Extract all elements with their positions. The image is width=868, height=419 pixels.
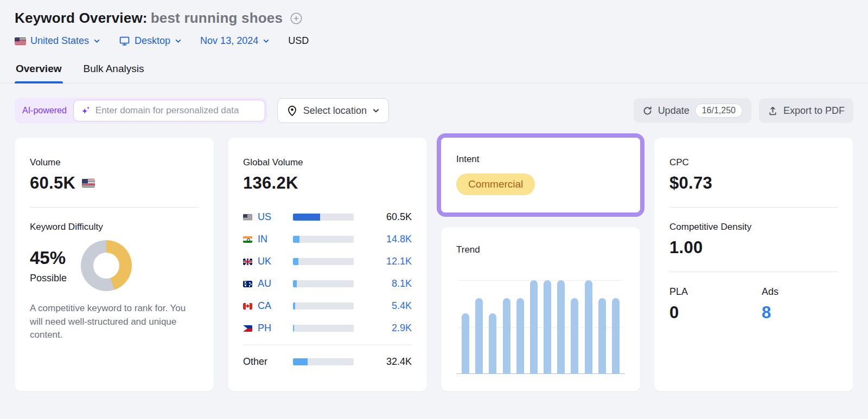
domain-input[interactable] [95,105,258,116]
trend-label: Trend [456,244,625,255]
country-volume-value[interactable]: 2.9K [392,323,412,334]
trend-bar [475,298,483,374]
country-code-label: US [258,211,271,223]
trend-bar [571,298,578,374]
keyword-difficulty-qualifier: Possible [30,273,67,284]
volume-card: Volume 60.5K Keyword Difficulty 45% Poss… [15,138,214,391]
country-volume-bar [293,236,354,243]
plus-circle-icon [289,11,303,25]
domain-input-wrap [73,100,265,121]
country-volume-list: US60.5KIN14.8KUK12.1KAU8.1KCA5.4KPH2.9K [243,206,412,339]
ca-flag-icon [243,303,252,310]
divider [669,272,838,272]
country-volume-bar-fill [293,258,298,265]
trend-chart [458,280,623,374]
country-code[interactable]: UK [243,256,293,267]
intent-badge: Commercial [456,173,535,195]
date-filter[interactable]: Nov 13, 2024 [200,35,270,47]
country-volume-row: US60.5K [243,206,412,228]
location-pin-icon [286,105,298,117]
tab-bulk-analysis[interactable]: Bulk Analysis [82,61,145,83]
ads-value[interactable]: 8 [762,303,778,323]
us-flag-icon [243,214,252,221]
ads-block: Ads 8 [762,286,778,323]
trend-bar [489,313,496,374]
export-pdf-button[interactable]: Export to PDF [759,98,853,123]
cpc-label: CPC [669,157,838,168]
toolbar-right: Update 16/1,250 Export to PDF [634,98,853,123]
export-icon [768,106,778,116]
ph-flag-icon [243,325,252,332]
global-volume-card: Global Volume 136.2K US60.5KIN14.8KUK12.… [228,138,427,391]
country-code[interactable]: IN [243,234,293,245]
divider [669,207,838,208]
intent-label: Intent [456,154,625,165]
page-title-prefix: Keyword Overview: [15,10,148,26]
global-volume-label: Global Volume [243,157,412,168]
other-volume-value: 32.4K [386,356,412,368]
volume-value: 60.5K [30,173,75,193]
country-volume-bar-fill [293,280,297,287]
country-code-label: IN [258,234,267,245]
ai-powered-label: AI-powered [22,106,73,115]
trend-bar [503,298,510,374]
intent-trend-column: Intent Commercial Trend [441,138,640,391]
pla-block: PLA 0 [669,286,762,323]
date-filter-label: Nov 13, 2024 [200,35,258,47]
trend-bar [462,313,469,374]
uk-flag-icon [243,259,252,265]
trend-bar [530,280,538,374]
competitive-density-value: 1.00 [669,238,838,257]
trend-bar [612,298,620,374]
country-volume-bar [293,302,354,310]
other-volume-bar [293,358,354,365]
country-code[interactable]: PH [243,323,293,334]
country-volume-row: UK12.1K [243,250,412,273]
select-location-button[interactable]: Select location [277,98,389,123]
currency-label: USD [288,35,309,47]
pla-ads-row: PLA 0 Ads 8 [669,286,838,323]
country-volume-row: IN14.8K [243,228,412,250]
device-filter[interactable]: Desktop [119,35,182,47]
tab-overview[interactable]: Overview [15,61,63,83]
other-volume-bar-fill [293,358,308,365]
country-volume-bar [293,280,354,287]
country-volume-value[interactable]: 8.1K [392,278,412,289]
country-filter[interactable]: United States [15,35,100,47]
country-filter-label: United States [30,35,89,47]
country-code[interactable]: CA [243,300,293,312]
update-button[interactable]: Update 16/1,250 [634,98,751,123]
ai-powered-pill: AI-powered [15,98,267,124]
page-header: Keyword Overview:best running shoes [15,10,853,27]
trend-card: Trend [441,227,640,391]
metrics-grid: Volume 60.5K Keyword Difficulty 45% Poss… [15,138,853,391]
country-volume-bar-fill [293,214,320,221]
country-volume-value[interactable]: 14.8K [386,234,412,245]
ads-label: Ads [762,286,778,298]
chevron-down-icon [93,37,100,44]
pla-value: 0 [669,303,762,323]
country-code-label: AU [258,278,271,289]
country-volume-row: PH2.9K [243,317,412,339]
country-volume-value[interactable]: 12.1K [386,256,412,267]
add-keyword-button[interactable] [289,11,303,25]
page-title: Keyword Overview:best running shoes [15,10,283,27]
select-location-label: Select location [303,105,367,117]
trend-bar [598,298,606,374]
chevron-down-icon [175,37,182,44]
country-code[interactable]: AU [243,278,293,289]
keyword-difficulty-value: 45% [30,248,67,268]
chevron-down-icon [372,107,380,114]
country-volume-bar-fill [293,302,295,310]
update-quota-badge: 16/1,250 [695,104,743,118]
chevron-down-icon [263,37,270,44]
other-volume-row: Other 32.4K [243,351,412,373]
cpc-card: CPC $0.73 Competitive Density 1.00 PLA 0… [654,138,853,391]
toolbar: AI-powered Select location [15,98,853,124]
trend-bar [544,280,551,374]
device-filter-label: Desktop [135,35,170,47]
country-code-label: UK [258,256,271,267]
tab-bar: Overview Bulk Analysis [0,61,868,83]
country-volume-value[interactable]: 5.4K [392,300,412,312]
update-label: Update [658,105,690,117]
